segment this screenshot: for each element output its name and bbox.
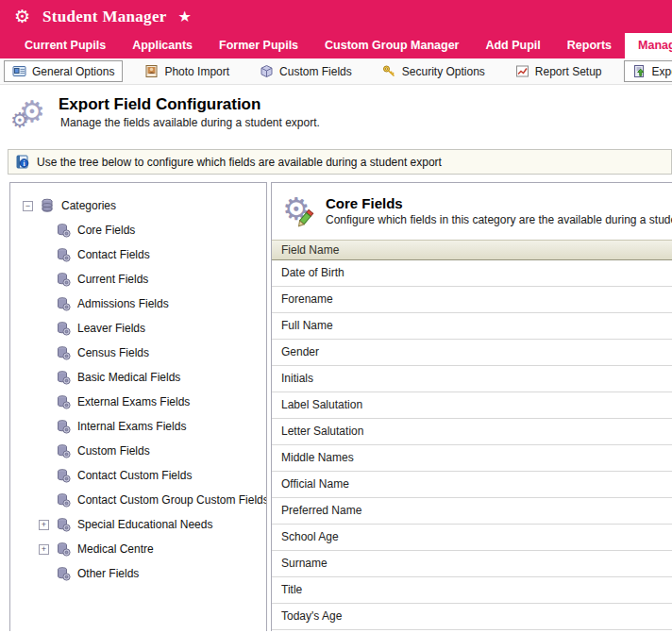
tree-node-leaver-fields[interactable]: Leaver Fields bbox=[10, 316, 266, 341]
tab-bar: Current PupilsApplicantsFormer PupilsCus… bbox=[0, 33, 672, 58]
gear-pencil-icon: ⚙ bbox=[281, 195, 317, 231]
expand-plus-icon[interactable]: + bbox=[39, 544, 49, 555]
export-configuration-button[interactable]: Export Configuration bbox=[624, 60, 672, 82]
tree-node-label: Core Fields bbox=[77, 224, 135, 237]
tree-node-contact-fields[interactable]: Contact Fields bbox=[10, 242, 266, 267]
field-row-school-age[interactable]: School Age bbox=[272, 525, 672, 551]
field-row-title[interactable]: Title bbox=[272, 577, 672, 604]
category-database-icon bbox=[56, 394, 71, 409]
category-database-icon bbox=[56, 468, 71, 483]
tree-node-label: Leaver Fields bbox=[77, 322, 145, 335]
tab-management-options[interactable]: Management Options bbox=[625, 33, 672, 58]
tree-node-custom-fields[interactable]: Custom Fields bbox=[10, 439, 266, 463]
toolbar-button-label: Custom Fields bbox=[279, 65, 352, 78]
category-database-icon bbox=[56, 541, 71, 557]
toolbar-button-label: Export Configuration bbox=[652, 65, 672, 78]
field-row-date-of-birth[interactable]: Date of Birth bbox=[272, 260, 672, 287]
tree-node-label: Contact Custom Group Custom Fields bbox=[77, 493, 267, 507]
tab-add-pupil[interactable]: Add Pupil bbox=[472, 33, 553, 58]
category-tree-panel: − Categories Core FieldsContact FieldsCu… bbox=[9, 182, 267, 631]
tree-node-label: Contact Fields bbox=[77, 248, 150, 261]
general-options-icon bbox=[12, 64, 26, 78]
tree-node-internal-exams-fields[interactable]: Internal Exams Fields bbox=[10, 414, 266, 439]
tree-node-label: Special Educational Needs bbox=[77, 518, 212, 531]
custom-fields-button[interactable]: Custom Fields bbox=[251, 60, 361, 82]
info-bar-text: Use the tree below to configure which fi… bbox=[37, 156, 442, 169]
category-database-icon bbox=[56, 223, 71, 238]
tree-node-contact-custom-group-custom-fields[interactable]: Contact Custom Group Custom Fields bbox=[10, 488, 266, 512]
photo-import-button[interactable]: Photo Import bbox=[136, 60, 238, 82]
category-database-icon bbox=[56, 321, 71, 336]
field-row-today-s-age[interactable]: Today's Age bbox=[272, 604, 672, 630]
custom-fields-icon bbox=[260, 64, 274, 78]
toolbar-button-label: Security Options bbox=[402, 65, 485, 78]
field-row-surname[interactable]: Surname bbox=[272, 551, 672, 577]
svg-text:i: i bbox=[23, 159, 25, 168]
export-doc-icon bbox=[632, 64, 647, 78]
gears-icon: ⚙⚙ bbox=[11, 95, 49, 135]
category-database-icon bbox=[56, 370, 71, 385]
detail-title: Core Fields bbox=[326, 195, 672, 211]
report-setup-button[interactable]: Report Setup bbox=[507, 60, 611, 82]
tree-node-basic-medical-fields[interactable]: Basic Medical Fields bbox=[10, 365, 266, 390]
tab-applicants[interactable]: Applicants bbox=[119, 33, 206, 58]
tree-node-core-fields[interactable]: Core Fields bbox=[10, 218, 266, 242]
star-icon[interactable]: ★ bbox=[178, 8, 192, 25]
sub-toolbar: General OptionsPhoto ImportCustom Fields… bbox=[0, 58, 672, 85]
info-book-icon: i bbox=[16, 155, 29, 169]
page-header: ⚙⚙ Export Field Configuration Manage the… bbox=[0, 85, 672, 143]
field-row-forename[interactable]: Forename bbox=[272, 287, 672, 313]
tree-node-label: Categories bbox=[61, 199, 116, 212]
expand-plus-icon[interactable]: + bbox=[39, 520, 49, 530]
category-database-icon bbox=[56, 247, 71, 262]
field-row-initials[interactable]: Initials bbox=[272, 366, 672, 392]
tree-node-label: Basic Medical Fields bbox=[77, 371, 180, 384]
general-options-button[interactable]: General Options bbox=[4, 60, 123, 82]
security-options-button[interactable]: Security Options bbox=[374, 60, 494, 82]
page-subtitle: Manage the fields available during a stu… bbox=[60, 116, 320, 129]
tab-reports[interactable]: Reports bbox=[554, 33, 625, 58]
detail-subtitle: Configure which fields in this category … bbox=[326, 213, 672, 226]
tree-node-external-exams-fields[interactable]: External Exams Fields bbox=[10, 390, 266, 414]
tree-node-admissions-fields[interactable]: Admissions Fields bbox=[10, 292, 266, 316]
detail-header: ⚙ Core Fields Configure which fields in … bbox=[272, 183, 672, 240]
tree-node-label: External Exams Fields bbox=[77, 395, 190, 408]
page-title: Export Field Configuration bbox=[59, 95, 320, 114]
tree-node-current-fields[interactable]: Current Fields bbox=[10, 267, 266, 292]
tree-node-medical-centre[interactable]: +Medical Centre bbox=[10, 537, 266, 561]
field-row-full-name[interactable]: Full Name bbox=[272, 313, 672, 340]
app-title: Student Manager bbox=[42, 8, 167, 26]
tree-node-contact-custom-fields[interactable]: Contact Custom Fields bbox=[10, 463, 266, 488]
field-row-preferred-name[interactable]: Preferred Name bbox=[272, 498, 672, 525]
tree-node-other-fields[interactable]: Other Fields bbox=[10, 561, 266, 586]
field-detail-panel: ⚙ Core Fields Configure which fields in … bbox=[271, 182, 672, 631]
tree-node-label: Current Fields bbox=[77, 273, 148, 286]
grid-column-header[interactable]: Field Name bbox=[272, 240, 672, 260]
tree-children: Core FieldsContact FieldsCurrent FieldsA… bbox=[10, 218, 266, 586]
settings-gear-icon: ⚙ bbox=[14, 8, 30, 25]
category-database-icon bbox=[56, 566, 71, 581]
category-database-icon bbox=[56, 492, 71, 508]
tree-node-categories[interactable]: − Categories bbox=[10, 193, 266, 218]
field-row-gender[interactable]: Gender bbox=[272, 340, 672, 366]
tree-node-label: Census Fields bbox=[77, 346, 149, 359]
tree-node-label: Other Fields bbox=[77, 567, 139, 580]
toolbar-button-label: Photo Import bbox=[164, 65, 229, 78]
collapse-expander-icon[interactable]: − bbox=[23, 201, 33, 211]
field-row-label-salutation[interactable]: Label Salutation bbox=[272, 392, 672, 419]
tree-node-label: Medical Centre bbox=[77, 542, 154, 556]
tab-custom-group-manager[interactable]: Custom Group Manager bbox=[311, 33, 472, 58]
tree-node-label: Internal Exams Fields bbox=[77, 420, 186, 433]
field-row-letter-salutation[interactable]: Letter Salutation bbox=[272, 419, 672, 445]
tab-current-pupils[interactable]: Current Pupils bbox=[11, 33, 119, 58]
photo-import-icon bbox=[144, 64, 159, 78]
key-icon bbox=[382, 64, 396, 78]
field-row-official-name[interactable]: Official Name bbox=[272, 472, 672, 498]
tab-former-pupils[interactable]: Former Pupils bbox=[206, 33, 311, 58]
toolbar-button-label: General Options bbox=[32, 65, 114, 78]
category-database-icon bbox=[56, 517, 71, 532]
tree-node-census-fields[interactable]: Census Fields bbox=[10, 341, 266, 365]
tree-node-label: Contact Custom Fields bbox=[77, 469, 192, 482]
field-row-middle-names[interactable]: Middle Names bbox=[272, 445, 672, 472]
tree-node-special-educational-needs[interactable]: +Special Educational Needs bbox=[10, 512, 266, 537]
